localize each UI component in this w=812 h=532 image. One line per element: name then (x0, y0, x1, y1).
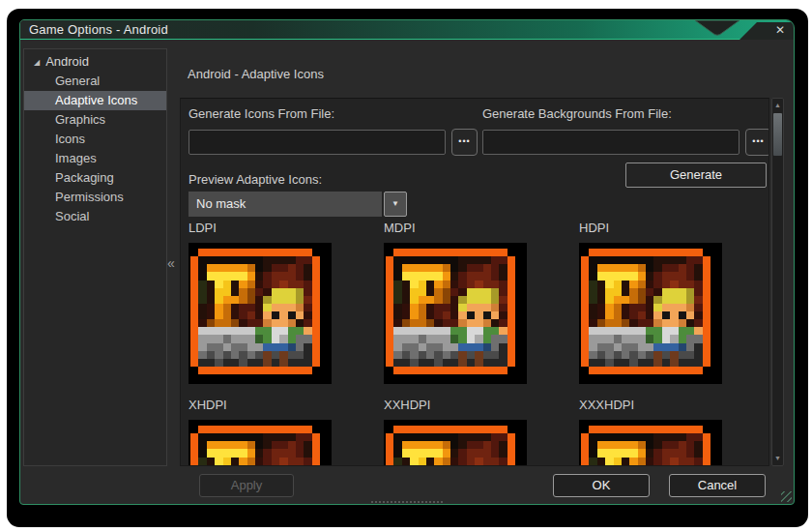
adaptive-icon-preview (579, 420, 722, 466)
preview-adaptive-icons-label: Preview Adaptive Icons: (188, 172, 322, 187)
adaptive-icon-preview (188, 420, 332, 466)
preview-label: LDPI (188, 221, 384, 234)
preview-label: MDPI (384, 221, 579, 234)
sidebar-item-graphics[interactable]: Graphics (24, 110, 166, 130)
titlebar[interactable]: Game Options - Android ✕ (20, 20, 795, 40)
ok-button[interactable]: OK (553, 474, 650, 497)
sidebar-item-adaptive-icons[interactable]: Adaptive Icons (24, 91, 166, 110)
sidebar-item-general[interactable]: General (24, 72, 166, 91)
preview-label: XXXHDPI (579, 398, 769, 411)
app-icon-art (581, 426, 710, 466)
app-icon-art (190, 426, 320, 466)
resize-handle-strip[interactable] (371, 501, 443, 504)
adaptive-icon-preview (188, 243, 332, 384)
page-title: Android - Adaptive Icons (188, 67, 324, 81)
preview-label: XHDPI (188, 398, 384, 411)
generate-icons-label: Generate Icons From File: (188, 106, 334, 121)
preview-xxhdpi: XXHDPI (384, 398, 579, 466)
app-icon-art (190, 249, 320, 374)
vertical-scrollbar[interactable]: ▲ ▼ (771, 98, 784, 466)
adaptive-icons-panel: Generate Icons From File: Generate Backg… (180, 98, 769, 466)
app-icon-art (386, 426, 515, 466)
preview-xhdpi: XHDPI (188, 398, 384, 466)
icon-previews-grid: LDPIMDPIHDPIXHDPIXXHDPIXXXHDPI (188, 221, 769, 466)
sidebar-item-images[interactable]: Images (24, 149, 166, 168)
resize-grip[interactable] (781, 491, 792, 502)
adaptive-icon-preview (384, 420, 527, 466)
sidebar-item-social[interactable]: Social (24, 207, 166, 226)
preview-mdpi: MDPI (384, 221, 579, 384)
mask-dropdown[interactable]: No mask (188, 192, 382, 217)
browse-backgrounds-button[interactable]: ••• (745, 129, 769, 156)
adaptive-icon-preview (579, 243, 722, 384)
icons-file-input[interactable] (188, 130, 446, 155)
sidebar-item-packaging[interactable]: Packaging (24, 168, 166, 188)
browse-icons-button[interactable]: ••• (451, 129, 478, 156)
scroll-down-icon[interactable]: ▼ (772, 453, 783, 464)
scroll-up-icon[interactable]: ▲ (772, 100, 783, 111)
chevron-down-icon[interactable]: ▼ (384, 192, 407, 217)
options-tree-sidebar: ◢Android GeneralAdaptive IconsGraphicsIc… (23, 48, 167, 466)
apply-button[interactable]: Apply (199, 474, 294, 497)
sidebar-item-permissions[interactable]: Permissions (24, 188, 166, 207)
app-icon-art (581, 249, 710, 374)
preview-hdpi: HDPI (579, 221, 769, 384)
tree-expander-icon[interactable]: ◢ (34, 53, 40, 73)
sidebar-collapse-icon[interactable]: « (163, 252, 179, 274)
close-icon[interactable]: ✕ (772, 23, 788, 38)
adaptive-icon-preview (384, 243, 527, 384)
tree-node-android[interactable]: ◢Android (24, 52, 166, 72)
cancel-button[interactable]: Cancel (669, 474, 766, 497)
backgrounds-file-input[interactable] (482, 130, 740, 155)
preview-label: HDPI (579, 221, 769, 234)
scrollbar-thumb[interactable] (773, 113, 782, 156)
titlebar-notch-decoration (693, 20, 741, 39)
game-options-window: Game Options - Android ✕ ◢Android Genera… (19, 19, 795, 505)
window-title: Game Options - Android (29, 22, 168, 37)
tree-children: GeneralAdaptive IconsGraphicsIconsImages… (24, 72, 166, 226)
preview-label: XXHDPI (384, 398, 579, 411)
app-icon-art (386, 249, 515, 374)
preview-ldpi: LDPI (188, 221, 384, 384)
generate-button[interactable]: Generate (625, 163, 767, 188)
sidebar-item-icons[interactable]: Icons (24, 130, 166, 149)
tree-root-label: Android (45, 54, 89, 69)
preview-xxxhdpi: XXXHDPI (579, 398, 769, 466)
generate-backgrounds-label: Generate Backgrounds From File: (482, 106, 672, 121)
